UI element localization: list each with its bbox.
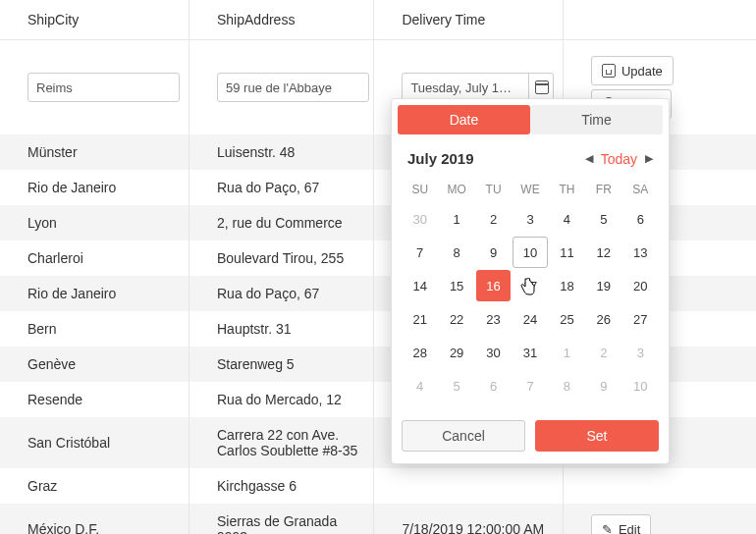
calendar-day[interactable]: 1 — [439, 203, 473, 235]
tab-time[interactable]: Time — [530, 105, 663, 134]
dow-label: MO — [438, 177, 474, 202]
col-header-shipcity[interactable]: ShipCity — [0, 0, 189, 40]
calendar-day[interactable]: 4 — [403, 370, 437, 401]
picker-footer: Cancel Set — [392, 406, 669, 463]
cell-shipcity: Rio de Janeiro — [0, 276, 189, 311]
cell-deliverytime: 7/18/2019 12:00:00 AM — [374, 504, 564, 534]
pencil-icon: ✎ — [602, 522, 613, 535]
calendar-day[interactable]: 6 — [623, 203, 658, 235]
shipcity-input[interactable] — [27, 73, 180, 102]
cell-shipaddress: 2, rue du Commerce — [189, 205, 374, 240]
cell-shipaddress: Carrera 22 con Ave. Carlos Soublette #8-… — [189, 417, 374, 468]
calendar-day[interactable]: 1 — [550, 337, 584, 368]
calendar-icon — [535, 80, 549, 94]
calendar-day[interactable]: 28 — [403, 337, 437, 368]
calendar-day[interactable]: 9 — [476, 237, 511, 268]
calendar-day[interactable]: 20 — [623, 270, 658, 301]
calendar-day[interactable]: 14 — [403, 270, 437, 301]
cell-shipcity: Münster — [0, 134, 189, 170]
calendar-day[interactable]: 18 — [550, 270, 584, 301]
calendar-day[interactable]: 21 — [403, 303, 437, 335]
calendar-day[interactable]: 23 — [476, 303, 511, 335]
tab-date[interactable]: Date — [398, 105, 530, 134]
calendar-day[interactable]: 8 — [439, 237, 473, 268]
picker-tabs: Date Time — [392, 99, 669, 140]
calendar-week: 30123456 — [402, 202, 659, 236]
calendar-day[interactable]: 26 — [586, 303, 621, 335]
update-button[interactable]: Update — [591, 56, 674, 85]
calendar-day[interactable]: 10 — [623, 370, 658, 401]
cell-shipcity: Resende — [0, 382, 189, 417]
col-header-shipaddress[interactable]: ShipAddress — [189, 0, 374, 40]
calendar-day[interactable]: 8 — [550, 370, 584, 401]
save-icon — [602, 64, 616, 78]
dow-label: SA — [622, 177, 659, 202]
calendar-day[interactable]: 7 — [513, 370, 547, 401]
picker-set-button[interactable]: Set — [535, 420, 659, 452]
day-of-week-header: SUMOTUWETHFRSA — [402, 177, 659, 202]
prev-month-button[interactable]: ◀ — [585, 152, 593, 165]
cell-shipaddress: Kirchgasse 6 — [189, 468, 374, 504]
calendar-day[interactable]: 27 — [623, 303, 658, 335]
calendar-day[interactable]: 10 — [513, 237, 547, 268]
cell-shipaddress: Rua do Paço, 67 — [189, 276, 374, 311]
calendar-day[interactable]: 25 — [550, 303, 584, 335]
calendar-day[interactable]: 3 — [623, 337, 658, 368]
picker-cancel-button[interactable]: Cancel — [402, 420, 525, 452]
calendar-day[interactable]: 12 — [586, 237, 621, 268]
edit-button[interactable]: ✎Edit — [591, 514, 651, 534]
calendar-header: July 2019 ◀ Today ▶ — [392, 140, 669, 173]
cell-shipaddress: Starenweg 5 — [189, 347, 374, 382]
cell-shipcity: Genève — [0, 347, 189, 382]
calendar-day[interactable]: 9 — [586, 370, 621, 401]
calendar-day[interactable]: 16 — [476, 270, 511, 301]
calendar-body: SUMOTUWETHFRSA 3012345678910111213141516… — [392, 173, 669, 406]
calendar-day[interactable]: 2 — [586, 337, 621, 368]
cell-shipcity: México D.F. — [0, 504, 189, 534]
calendar-week: 45678910 — [402, 369, 659, 402]
calendar-day[interactable]: 11 — [550, 237, 584, 268]
calendar-day[interactable]: 3 — [513, 203, 547, 235]
cell-shipcity: Graz — [0, 468, 189, 504]
shipaddress-input[interactable] — [217, 73, 369, 102]
calendar-day[interactable]: 13 — [623, 237, 658, 268]
calendar-day[interactable]: 7 — [403, 237, 437, 268]
cell-shipcity: San Cristóbal — [0, 417, 189, 468]
calendar-day[interactable]: 15 — [439, 270, 473, 301]
today-link[interactable]: Today — [601, 151, 637, 167]
calendar-day[interactable]: 30 — [476, 337, 511, 368]
calendar-day[interactable]: 17 — [513, 270, 547, 301]
calendar-day[interactable]: 2 — [476, 203, 511, 235]
calendar-day[interactable]: 24 — [513, 303, 547, 335]
calendar-day[interactable]: 31 — [513, 337, 547, 368]
col-header-deliverytime[interactable]: Delivery Time — [374, 0, 564, 40]
cell-shipaddress: Hauptstr. 31 — [189, 311, 374, 347]
calendar-week: 28293031123 — [402, 336, 659, 369]
cell-shipaddress: Luisenstr. 48 — [189, 134, 374, 170]
calendar-day[interactable]: 5 — [439, 370, 473, 401]
table-row: México D.F.Sierras de Granada 99937/18/2… — [0, 504, 756, 534]
col-header-actions — [563, 0, 756, 40]
calendar-day[interactable]: 4 — [550, 203, 584, 235]
datepicker-popup: Date Time July 2019 ◀ Today ▶ SUMOTUWETH… — [391, 98, 670, 464]
header-row: ShipCity ShipAddress Delivery Time — [0, 0, 756, 40]
next-month-button[interactable]: ▶ — [645, 152, 653, 165]
cell-shipcity: Bern — [0, 311, 189, 347]
dow-label: TH — [549, 177, 585, 202]
cell-shipcity: Lyon — [0, 205, 189, 240]
cell-shipcity: Rio de Janeiro — [0, 170, 189, 205]
calendar-day[interactable]: 29 — [439, 337, 473, 368]
calendar-day[interactable]: 5 — [586, 203, 621, 235]
dow-label: WE — [512, 177, 548, 202]
calendar-day[interactable]: 19 — [586, 270, 621, 301]
cell-actions — [563, 468, 756, 504]
cell-deliverytime — [374, 468, 564, 504]
cell-shipaddress: Sierras de Granada 9993 — [189, 504, 374, 534]
calendar-day[interactable]: 30 — [403, 203, 437, 235]
cell-shipaddress: Boulevard Tirou, 255 — [189, 240, 374, 276]
calendar-day[interactable]: 6 — [476, 370, 511, 401]
month-label[interactable]: July 2019 — [407, 150, 474, 167]
calendar-week: 78910111213 — [402, 236, 659, 269]
dow-label: SU — [402, 177, 438, 202]
calendar-day[interactable]: 22 — [439, 303, 473, 335]
